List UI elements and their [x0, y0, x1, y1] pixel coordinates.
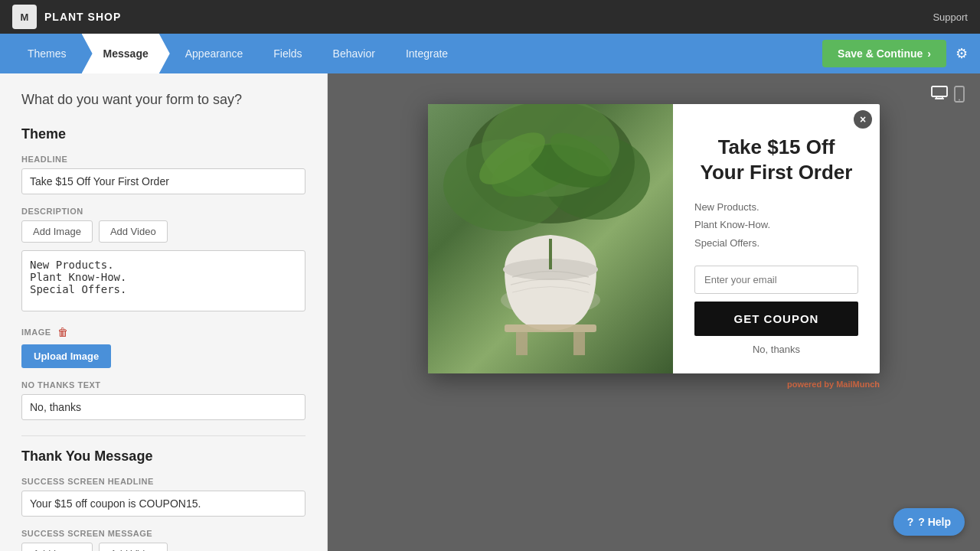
popup-content-side: × Take $15 Off Your First Order New Prod…	[673, 104, 880, 373]
steps-right: Save & Continue › ⚙	[822, 40, 968, 67]
thank-you-title: Thank You Message	[21, 448, 305, 465]
chevron-right-icon: ›	[927, 47, 931, 60]
steps-left: Themes Message Appearance Fields Behavio…	[12, 34, 463, 73]
help-label: ? Help	[918, 516, 951, 528]
popup-plant-image	[428, 104, 673, 373]
step-fields[interactable]: Fields	[258, 34, 317, 73]
success-headline-input[interactable]	[21, 491, 305, 517]
svg-rect-17	[573, 332, 585, 355]
section-divider	[21, 435, 305, 436]
steps-bar: Themes Message Appearance Fields Behavio…	[0, 34, 980, 73]
close-icon: ×	[860, 113, 866, 126]
powered-by-prefix: powered by	[787, 380, 836, 389]
desc-line-1: New Products.	[694, 198, 858, 216]
upload-image-button[interactable]: Upload Image	[21, 344, 111, 368]
no-thanks-label: NO THANKS TEXT	[21, 380, 305, 390]
step-behavior[interactable]: Behavior	[318, 34, 390, 73]
add-image-btn[interactable]: Add Image	[21, 220, 93, 243]
popup-image-side	[428, 104, 673, 373]
step-fields-label: Fields	[273, 47, 302, 60]
description-textarea[interactable]: New Products. Plant Know-How. Special Of…	[21, 250, 305, 311]
save-continue-button[interactable]: Save & Continue ›	[822, 40, 946, 67]
thank-you-section: Thank You Message SUCCESS SCREEN HEADLIN…	[21, 448, 305, 551]
left-panel: What do you want your form to say? Theme…	[0, 73, 328, 551]
main-layout: What do you want your form to say? Theme…	[0, 73, 980, 551]
support-link[interactable]: Support	[933, 11, 968, 23]
popup-preview: × Take $15 Off Your First Order New Prod…	[428, 104, 880, 373]
desc-line-3: Special Offers.	[694, 234, 858, 252]
step-integrate-label: Integrate	[406, 47, 448, 60]
svg-rect-1	[936, 96, 942, 99]
success-headline-label: SUCCESS SCREEN HEADLINE	[21, 477, 305, 486]
popup-close-button[interactable]: ×	[854, 110, 872, 129]
step-integrate[interactable]: Integrate	[390, 34, 463, 73]
top-bar: M PLANT SHOP Support	[0, 0, 980, 34]
popup-description: New Products. Plant Know-How. Special Of…	[694, 198, 858, 252]
headline-label: HEADLINE	[21, 155, 305, 164]
help-button[interactable]: ? ? Help	[893, 508, 965, 536]
success-message-label: SUCCESS SCREEN MESSAGE	[21, 529, 305, 538]
top-bar-left: M PLANT SHOP	[12, 5, 121, 29]
app-name: PLANT SHOP	[44, 11, 121, 23]
svg-rect-15	[505, 324, 596, 332]
mobile-view-icon[interactable]	[954, 86, 965, 106]
powered-by: powered by MailMunch	[428, 380, 880, 389]
question-mark-icon: ?	[907, 516, 914, 528]
success-add-image-btn[interactable]: Add Image	[21, 543, 93, 551]
popup-email-input[interactable]	[694, 266, 858, 294]
save-btn-label: Save & Continue	[838, 47, 923, 60]
panel-question: What do you want your form to say?	[21, 92, 305, 108]
right-panel: × Take $15 Off Your First Order New Prod…	[328, 73, 980, 551]
popup-cta-button[interactable]: GET COUPON	[694, 302, 858, 336]
popup-headline: Take $15 Off Your First Order	[694, 135, 858, 184]
image-label-row: IMAGE 🗑	[21, 326, 305, 338]
description-label: DESCRIPTION	[21, 207, 305, 216]
svg-rect-16	[516, 332, 528, 355]
no-thanks-input[interactable]	[21, 394, 305, 420]
settings-icon[interactable]: ⚙	[956, 45, 968, 62]
desc-line-2: Plant Know-How.	[694, 216, 858, 233]
powered-by-brand: MailMunch	[836, 380, 880, 389]
popup-no-thanks[interactable]: No, thanks	[753, 344, 800, 355]
delete-image-icon[interactable]: 🗑	[57, 326, 68, 338]
image-label: IMAGE	[21, 328, 51, 337]
description-btn-group: Add Image Add Video	[21, 220, 305, 243]
step-themes-label: Themes	[28, 47, 67, 60]
theme-section-title: Theme	[21, 126, 305, 142]
add-video-btn[interactable]: Add Video	[99, 220, 168, 243]
step-message[interactable]: Message	[82, 34, 170, 73]
svg-point-4	[959, 99, 960, 101]
view-toggle	[931, 86, 965, 106]
app-logo: M	[12, 5, 37, 29]
success-btn-group: Add Image Add Video	[21, 543, 305, 551]
headline-input[interactable]	[21, 168, 305, 194]
step-appearance-label: Appearance	[185, 47, 243, 60]
step-appearance[interactable]: Appearance	[170, 34, 259, 73]
step-message-label: Message	[103, 47, 149, 60]
step-behavior-label: Behavior	[333, 47, 375, 60]
logo-letter: M	[21, 11, 29, 23]
success-add-video-btn[interactable]: Add Video	[99, 543, 168, 551]
desktop-view-icon[interactable]	[931, 86, 948, 106]
step-themes[interactable]: Themes	[12, 34, 82, 73]
svg-rect-0	[932, 86, 947, 96]
